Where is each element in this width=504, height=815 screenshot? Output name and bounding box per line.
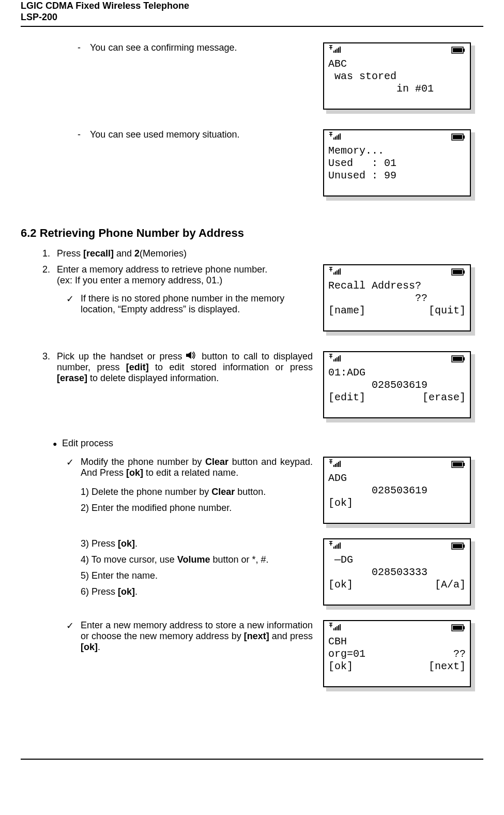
doc-model: LSP-200: [21, 12, 483, 23]
check-icon: ✓: [66, 620, 81, 653]
t: [ok]: [118, 538, 135, 549]
screen-line: in #01: [328, 83, 466, 95]
t: [erase]: [57, 373, 87, 383]
t: and: [114, 248, 134, 259]
svg-rect-17: [335, 271, 336, 275]
t: [edit]: [126, 362, 149, 372]
screen-line: —DG: [328, 554, 466, 566]
svg-rect-35: [335, 464, 336, 467]
new-address-text: Enter a new memory address to store a ne…: [81, 620, 313, 653]
signal-icon: [328, 44, 344, 57]
screen-line: Used : 01: [328, 157, 466, 170]
speaker-icon: [186, 351, 197, 362]
t: .: [98, 642, 100, 652]
bullet-icon: ●: [53, 438, 62, 449]
t: 3) Press: [81, 538, 118, 549]
svg-rect-15: [463, 135, 465, 139]
t: 1) Delete the phone number by: [81, 487, 211, 497]
screen-line: 028503619: [328, 485, 466, 497]
screen-confirm: ABC was stored in #01: [323, 42, 475, 114]
svg-rect-18: [337, 270, 338, 275]
svg-rect-44: [337, 545, 338, 549]
step2-number: 2.: [42, 264, 57, 286]
substep-3: 3) Press [ok].: [81, 538, 313, 549]
screen-edit-name: —DG 028503333 [ok] [A/a]: [323, 538, 475, 610]
t: Pick up the handset or press: [57, 351, 186, 361]
memory-text: You can see used memory situation.: [90, 129, 313, 140]
svg-rect-57: [463, 626, 465, 629]
svg-rect-24: [186, 354, 188, 357]
svg-rect-49: [463, 545, 465, 548]
t: [ok]: [118, 586, 135, 597]
svg-rect-6: [453, 48, 462, 52]
t: to delete displayed information.: [87, 373, 219, 383]
svg-rect-7: [463, 49, 465, 52]
t: Modify the phone number by: [81, 457, 205, 467]
header-rule: [21, 26, 483, 27]
svg-rect-51: [335, 627, 336, 630]
svg-rect-34: [333, 465, 334, 467]
footer-rule: [21, 759, 483, 760]
battery-icon: [451, 541, 466, 553]
screen-edit-number: ADG 028503619 [ok]: [323, 457, 475, 528]
screen-line: 028503333: [328, 566, 466, 579]
screen-qq: ??: [453, 648, 466, 660]
t: 4) To move cursor, use: [81, 554, 177, 565]
softkey-next: [next]: [429, 660, 466, 673]
svg-rect-52: [337, 626, 338, 630]
battery-icon: [451, 267, 466, 279]
svg-rect-9: [335, 137, 336, 140]
svg-rect-3: [338, 48, 339, 53]
signal-icon: [328, 540, 344, 553]
confirm-text: You can see a confirming message.: [90, 42, 313, 53]
t: .: [135, 538, 138, 549]
t: button.: [235, 487, 266, 497]
svg-rect-28: [337, 357, 338, 361]
softkey-case: [A/a]: [435, 579, 466, 591]
t: Press: [57, 248, 83, 259]
battery-icon: [451, 459, 466, 472]
t: (Memories): [140, 248, 187, 259]
svg-rect-43: [335, 546, 336, 549]
svg-rect-8: [333, 138, 334, 140]
substep-6: 6) Press [ok].: [81, 586, 313, 597]
battery-icon: [451, 354, 466, 366]
screen-line: Memory...: [328, 145, 466, 157]
screen-org: org=01: [328, 648, 365, 660]
battery-icon: [451, 45, 466, 57]
svg-rect-22: [453, 270, 462, 274]
substep-5: 5) Enter the name.: [81, 570, 313, 581]
softkey-ok: [ok]: [328, 660, 353, 673]
softkey-erase: [erase]: [422, 391, 466, 404]
svg-marker-25: [188, 352, 191, 359]
softkey-name: [name]: [328, 305, 365, 317]
t: [ok]: [126, 467, 143, 478]
softkey-edit: [edit]: [328, 391, 365, 404]
svg-rect-56: [453, 626, 462, 630]
svg-rect-48: [453, 544, 462, 548]
t: .: [135, 586, 138, 597]
t: Volume: [177, 554, 210, 565]
screen-line: ABC: [328, 58, 466, 70]
svg-rect-29: [338, 356, 339, 361]
signal-icon: [328, 353, 344, 366]
section-heading: 6.2 Retrieving Phone Number by Address: [21, 227, 483, 240]
svg-rect-1: [335, 50, 336, 53]
svg-rect-50: [333, 628, 334, 630]
substep-2: 2) Enter the modified phone number.: [81, 503, 313, 514]
svg-rect-16: [333, 273, 334, 275]
signal-icon: [328, 131, 344, 144]
svg-rect-38: [340, 461, 341, 467]
screen-recall-address: Recall Address? ?? [name] [quit]: [323, 264, 475, 336]
softkey-ok: [ok]: [328, 497, 353, 509]
t: Clear: [205, 457, 228, 467]
svg-rect-12: [340, 133, 341, 140]
step2-text-b: (ex: If you enter a memory address, 01.): [57, 275, 222, 285]
svg-rect-33: [463, 357, 465, 360]
svg-rect-23: [463, 270, 465, 274]
svg-rect-0: [333, 51, 334, 53]
svg-rect-53: [338, 625, 339, 630]
svg-rect-2: [337, 49, 338, 53]
edit-process-heading: Edit process: [62, 438, 483, 449]
svg-rect-19: [338, 269, 339, 275]
